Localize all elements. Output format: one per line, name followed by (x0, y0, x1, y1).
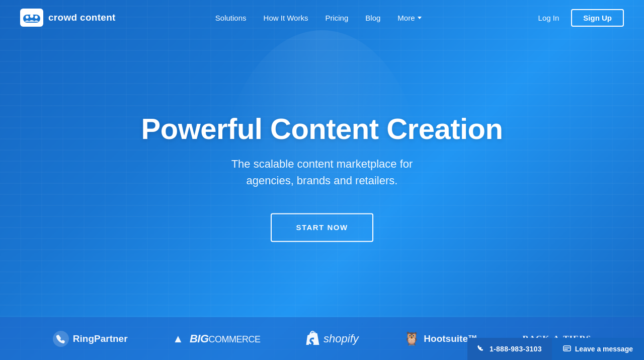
shopify-name: shopify (324, 332, 359, 345)
phone-cta-button[interactable]: 1-888-983-3103 (467, 338, 552, 360)
logo-icon (20, 9, 43, 27)
nav-pricing[interactable]: Pricing (318, 10, 355, 26)
brand-name: crowd content (48, 12, 116, 23)
logo-link[interactable]: crowd content (20, 9, 116, 27)
svg-point-2 (30, 15, 34, 18)
ringpartner-name: RingPartner (73, 333, 128, 344)
partner-bigcommerce: ▲ BIGCOMMERCE (173, 332, 260, 345)
nav-how-it-works[interactable]: How It Works (257, 10, 315, 26)
message-cta-button[interactable]: Leave a message (552, 338, 644, 360)
hero-title: Powerful Content Creation (121, 113, 523, 145)
svg-point-3 (35, 16, 38, 19)
hootsuite-owl-icon: 🦉 (404, 331, 420, 346)
bigcommerce-triangle: ▲ (173, 332, 184, 345)
svg-point-1 (26, 16, 29, 19)
nav-more[interactable]: More (390, 10, 428, 26)
nav-solutions[interactable]: Solutions (208, 10, 254, 26)
partner-shopify: shopify (305, 330, 359, 348)
nav-auth: Log In Sign Up (531, 9, 624, 27)
phone-number: 1-888-983-3103 (490, 345, 542, 353)
hero-content: Powerful Content Creation The scalable c… (121, 113, 523, 242)
message-label: Leave a message (575, 345, 633, 353)
message-icon (563, 345, 571, 353)
navbar: crowd content Solutions How It Works Pri… (0, 0, 644, 35)
phone-icon (56, 334, 66, 344)
partner-ringpartner: RingPartner (53, 331, 128, 347)
svg-rect-4 (564, 346, 571, 351)
nav-blog[interactable]: Blog (358, 10, 387, 26)
ringpartner-icon (53, 331, 69, 347)
signup-button[interactable]: Sign Up (571, 9, 624, 27)
start-now-button[interactable]: START NOW (271, 213, 373, 242)
logo-svg (22, 11, 41, 25)
bigcommerce-name: BIGCOMMERCE (190, 332, 261, 345)
shopify-icon-svg (305, 330, 319, 345)
phone-cta-icon (477, 345, 486, 353)
bottom-cta: 1-888-983-3103 Leave a message (467, 338, 644, 360)
hero-section: crowd content Solutions How It Works Pri… (0, 0, 644, 360)
nav-links: Solutions How It Works Pricing Blog More (208, 10, 429, 26)
login-button[interactable]: Log In (531, 10, 567, 26)
shopify-bag-icon (305, 330, 319, 348)
more-chevron-icon (418, 17, 422, 19)
partner-hootsuite: 🦉 Hootsuite™ (404, 331, 477, 346)
hero-subtitle: The scalable content marketplace for age… (121, 156, 523, 189)
